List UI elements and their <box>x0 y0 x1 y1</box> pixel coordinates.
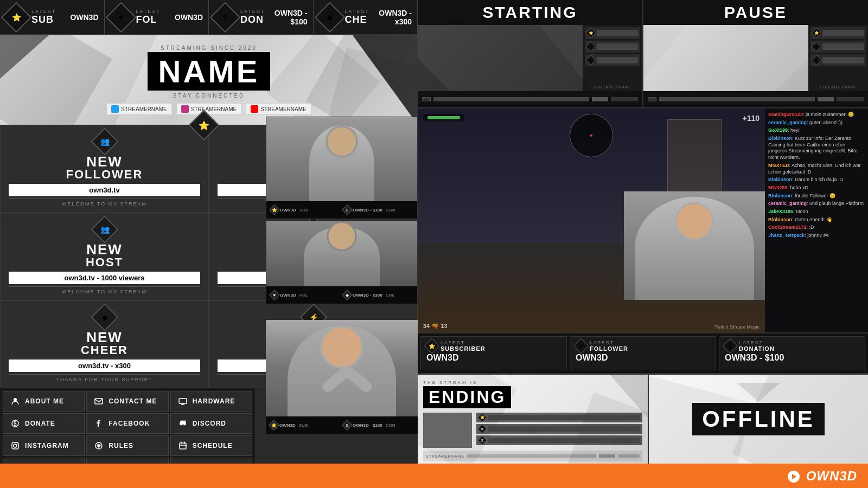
pause-title: PAUSE <box>724 3 787 22</box>
twitter-icon <box>111 105 119 113</box>
instagram-btn-icon <box>10 440 21 451</box>
youtube-link[interactable]: STREAMERNAME <box>246 103 311 115</box>
fol-label: FOL <box>136 14 157 25</box>
schedule-icon <box>177 440 188 451</box>
alert-host: 👥 NEW HOST own3d.tv - 1000 viewers WELCO… <box>0 213 209 300</box>
hardware-button[interactable]: HARDWARE <box>170 391 252 412</box>
stat-don: $ LATEST DON OWN3D - $100 <box>209 0 314 34</box>
youtube-button[interactable]: YOUTUBE <box>170 458 252 464</box>
youtube-icon <box>251 105 258 113</box>
webcam-panel-1-stats: ⭐ OWN3D SUB $ OWN3D - $100 DON <box>266 201 417 219</box>
follower-new: NEW <box>86 155 123 169</box>
svg-rect-2 <box>179 399 187 403</box>
bottom-stat-don: $ LATEST DONATION OWN3D - $100 <box>719 336 865 370</box>
ending-video-placeholder <box>423 413 472 448</box>
top-right-panels: STARTING ⭐ ♥ $ ST <box>418 0 868 108</box>
contact-me-button[interactable]: CONTACT ME <box>86 391 168 412</box>
game-video: +110 34 🔫 13 Twitch Stream Music <box>418 108 765 332</box>
subscribe-button[interactable]: SUBSCRIBE <box>3 458 85 464</box>
twitter-handle: STREAMERNAME <box>121 106 167 112</box>
stay-connected: STAY CONNECTED <box>173 93 245 99</box>
chat-msg-4: Blobinson: Kurz zur Info: Der Zeranto Ga… <box>768 136 865 161</box>
chat-msg-8: Blobinson: für die Follower 🙂 <box>768 193 865 200</box>
bss-value-2: OWN3D <box>576 353 710 363</box>
facebook-icon <box>93 418 104 429</box>
host-welcome: WELCOME TO MY STREAM <box>9 286 200 294</box>
starting-bottom-bar <box>418 91 642 107</box>
don-label: DON <box>240 14 264 25</box>
che-icon: ◆ <box>314 2 345 33</box>
starting-title: STARTING <box>482 3 577 22</box>
svg-point-0 <box>14 398 17 401</box>
bottom-stat-sub: ⭐ LATEST SUBSCRIBER OWN3D <box>420 336 567 370</box>
don-latest-label: LATEST <box>240 9 265 14</box>
webcam-excited: ⭐ OWN3D SUB $ OWN3D - $100 DON <box>266 320 418 434</box>
main-stream-section: +110 34 🔫 13 Twitch Stream Music GamingB… <box>418 108 868 333</box>
instagram-link[interactable]: STREAMERNAME <box>176 103 241 115</box>
webcam-panel-2-stats: ♥ OWN3D FOL ◆ OWN3D - x300 CHE <box>266 286 417 304</box>
discord-label: DISCORD <box>193 420 226 427</box>
cheer-welcome: THANKS FOR YOUR SUPPORT <box>9 374 200 382</box>
chat-msg-3: GoXi199: hey! <box>768 127 865 134</box>
about-me-icon <box>10 396 21 407</box>
stream-header: STREAMING SINCE 2020 NAME STAY CONNECTED… <box>0 35 418 125</box>
offline-screen: OFFLINE <box>649 375 868 464</box>
own3d-play-icon <box>788 471 800 483</box>
chat-msg-6: Blobinson: Darum bin ich da ja :D <box>768 177 865 183</box>
own3d-brand-name: OWN3D <box>806 468 857 483</box>
svg-rect-1 <box>95 399 103 404</box>
starting-sidebar: ⭐ ♥ $ STREAMERNAME <box>583 25 642 91</box>
twitter-button[interactable]: TWITTER <box>86 458 168 464</box>
host-new: NEW <box>86 242 123 256</box>
cheer-value: own3d.tv - x300 <box>9 359 200 372</box>
bottom-stat-fol: ♥ LATEST FOLLOWER OWN3D <box>570 336 716 370</box>
chat-msg-12: CoolStream2172: :D <box>768 224 865 231</box>
chat-msg-11: Blobinson: Guten Abend! 👋 <box>768 217 865 223</box>
channel-name: NAME <box>148 52 271 91</box>
about-me-button[interactable]: ABOUT ME <box>3 391 85 412</box>
chat-msg-9: ceramic_gaming: und glaub lange Platform <box>768 201 865 207</box>
youtube-handle: STREAMERNAME <box>260 106 306 112</box>
cheer-icon: ◆ <box>91 304 118 331</box>
host-value: own3d.tv - 1000 viewers <box>9 272 200 284</box>
webcam-panel-1: ⭐ OWN3D SUB $ OWN3D - $100 DON <box>266 117 418 219</box>
webcam-bottom-stats: ⭐ OWN3D SUB $ OWN3D - $100 DON <box>266 416 418 434</box>
starting-panel: STARTING ⭐ ♥ $ ST <box>418 0 643 107</box>
rules-button[interactable]: RULES <box>86 435 168 456</box>
pause-sidebar: ⭐ ♥ $ STREAMERNAME <box>808 25 868 91</box>
discord-button[interactable]: DISCORD <box>170 413 252 434</box>
stat-sub: ⭐ LATEST SUB OWN3D <box>0 0 105 34</box>
instagram-button[interactable]: INSTAGRAM <box>3 435 85 456</box>
chat-msg-5: MGXTED: Achso, macht Sinn. Und ich war s… <box>768 163 865 175</box>
chat-msg-13: Jhanz_Tetrpack: johnnv 🎮 <box>768 233 865 239</box>
don-icon: $ <box>210 2 241 33</box>
follower-type: FOLLOWER <box>66 169 143 181</box>
schedule-button[interactable]: SCHEDULE <box>170 435 252 456</box>
rules-label: RULES <box>108 442 133 450</box>
svg-rect-9 <box>180 443 186 449</box>
chat-msg-1: GamingBro123: ja moin zusammen 😊 <box>768 112 865 118</box>
webcam-img-2 <box>266 221 417 286</box>
bss-value-3: OWN3D - $100 <box>725 353 859 363</box>
alert-follower: 👥 NEW FOLLOWER own3d.tv WELCOME TO MY ST… <box>0 125 209 213</box>
bss-type-1: SUBSCRIBER <box>441 345 486 352</box>
fol-latest-label: LATEST <box>136 9 175 14</box>
twitter-link[interactable]: STREAMERNAME <box>106 103 171 115</box>
pause-bottom-bar <box>643 91 868 107</box>
webcam-img-1 <box>266 117 417 201</box>
ending-label: THE STREAM IS <box>423 380 642 385</box>
contact-me-icon <box>93 396 104 407</box>
facebook-label: FACEBOOK <box>108 420 150 427</box>
sub-latest-label: LATEST <box>31 9 70 14</box>
stat-che: ◆ LATEST CHE OWN3D - x300 <box>314 0 418 34</box>
instagram-handle: STREAMERNAME <box>191 106 237 112</box>
bss-type-2: FOLLOWER <box>590 345 628 352</box>
bss-latest-3: LATEST <box>739 340 775 345</box>
stream-webcam-overlay <box>624 191 765 300</box>
chat-msg-2: ceramic_gaming: guten abend :)) <box>768 120 865 126</box>
cheer-type: CHEER <box>81 344 128 356</box>
facebook-button[interactable]: FACEBOOK <box>86 413 168 434</box>
donate-button[interactable]: $ DONATE <box>3 413 85 434</box>
svg-point-7 <box>17 444 18 445</box>
host-icon: 👥 <box>91 216 118 243</box>
